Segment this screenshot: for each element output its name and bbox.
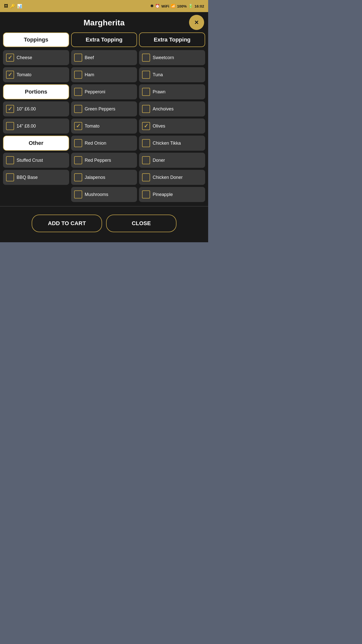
chart-icon: 📊 xyxy=(17,4,22,9)
checkbox-mushrooms xyxy=(74,190,82,198)
label-beef: Beef xyxy=(85,55,94,60)
label-anchoives: Anchoives xyxy=(153,106,173,112)
extra2-anchoives[interactable]: Anchoives xyxy=(139,101,205,116)
col-header-extra1: Extra Topping xyxy=(71,32,137,47)
battery-icon: 🔋 xyxy=(188,4,193,8)
label-red-onion: Red Onion xyxy=(85,141,106,146)
label-chicken-doner: Chicken Doner xyxy=(153,175,183,180)
checkbox-red-peppers xyxy=(74,156,82,164)
empty-cell-1 xyxy=(3,187,69,202)
checkbox-red-onion xyxy=(74,139,82,147)
label-pepperoni: Pepperoni xyxy=(85,89,105,95)
checkbox-10inch: ✓ xyxy=(6,105,14,113)
section-other: Other xyxy=(3,136,69,151)
column-headers: Toppings Extra Topping Extra Topping xyxy=(0,32,208,50)
extra1-jalapenos[interactable]: Jalapenos xyxy=(71,170,137,185)
label-green-peppers: Green Peppers xyxy=(85,106,115,112)
checkbox-bbq-base xyxy=(6,173,14,181)
battery-level: 100% xyxy=(177,4,187,8)
label-prawn: Prawn xyxy=(153,89,165,95)
extra2-prawn[interactable]: Prawn xyxy=(139,84,205,99)
key-icon: 🔑 xyxy=(10,4,15,9)
label-mushrooms: Mushrooms xyxy=(85,192,108,197)
checkbox-tomato: ✓ xyxy=(6,71,14,79)
close-button[interactable]: CLOSE xyxy=(106,215,176,232)
checkbox-anchoives xyxy=(142,105,150,113)
wifi-icon: WiFi xyxy=(161,4,169,8)
checkbox-tuna xyxy=(142,71,150,79)
extra2-chicken-tikka[interactable]: Chicken Tikka xyxy=(139,136,205,151)
action-buttons: ADD TO CART CLOSE xyxy=(0,211,208,237)
extra2-pineapple[interactable]: Pineapple xyxy=(139,187,205,202)
add-to-cart-button[interactable]: ADD TO CART xyxy=(32,215,102,232)
checkbox-jalapenos xyxy=(74,173,82,181)
alarm-icon: ⏰ xyxy=(155,4,160,8)
clock: 16:02 xyxy=(195,4,204,8)
label-14inch: 14" £8.00 xyxy=(17,124,36,129)
checkbox-ham xyxy=(74,71,82,79)
portion-10inch[interactable]: ✓ 10" £6.00 xyxy=(3,101,69,116)
modal-divider xyxy=(0,206,208,207)
portion-14inch[interactable]: 14" £8.00 xyxy=(3,118,69,134)
checkbox-extra-tomato: ✓ xyxy=(74,122,82,130)
modal-close-x-button[interactable]: × xyxy=(189,15,204,30)
label-jalapenos: Jalapenos xyxy=(85,175,105,180)
checkbox-chicken-tikka xyxy=(142,139,150,147)
checkbox-green-peppers xyxy=(74,105,82,113)
other-bbq-base[interactable]: BBQ Base xyxy=(3,170,69,185)
label-chicken-tikka: Chicken Tikka xyxy=(153,141,181,146)
label-portions: Portions xyxy=(25,89,47,95)
label-pineapple: Pineapple xyxy=(153,192,173,197)
extra2-sweetcorn[interactable]: Sweetcorn xyxy=(139,50,205,65)
section-portions: Portions xyxy=(3,84,69,99)
label-tuna: Tuna xyxy=(153,72,163,77)
extra1-beef[interactable]: Beef xyxy=(71,50,137,65)
extra2-doner[interactable]: Doner xyxy=(139,153,205,168)
checkbox-chicken-doner xyxy=(142,173,150,181)
topping-tomato[interactable]: ✓ Tomato xyxy=(3,67,69,82)
checkbox-cheese: ✓ xyxy=(6,54,14,62)
extra2-chicken-doner[interactable]: Chicken Doner xyxy=(139,170,205,185)
extra1-red-onion[interactable]: Red Onion xyxy=(71,136,137,151)
checkbox-pineapple xyxy=(142,190,150,198)
extra1-ham[interactable]: Ham xyxy=(71,67,137,82)
label-red-peppers: Red Peppers xyxy=(85,158,111,163)
bluetooth-icon: ✱ xyxy=(150,4,154,8)
label-bbq-base: BBQ Base xyxy=(17,175,38,180)
extra2-olives[interactable]: ✓ Olives xyxy=(139,118,205,134)
extra1-pepperoni[interactable]: Pepperoni xyxy=(71,84,137,99)
label-cheese: Cheese xyxy=(17,55,32,60)
checkbox-pepperoni xyxy=(74,88,82,96)
modal-header: Margherita × xyxy=(0,12,208,32)
topping-cheese[interactable]: ✓ Cheese xyxy=(3,50,69,65)
checkbox-stuffed-crust xyxy=(6,156,14,164)
modal-overlay: Margherita × Toppings Extra Topping Extr… xyxy=(0,12,208,242)
status-bar-left: 🖼 🔑 📊 xyxy=(4,4,22,9)
checkbox-14inch xyxy=(6,122,14,130)
checkbox-olives: ✓ xyxy=(142,122,150,130)
label-ham: Ham xyxy=(85,72,94,77)
extra2-tuna[interactable]: Tuna xyxy=(139,67,205,82)
photo-icon: 🖼 xyxy=(4,4,8,8)
other-stuffed-crust[interactable]: Stuffed Crust xyxy=(3,153,69,168)
label-olives: Olives xyxy=(153,124,165,129)
status-bar: 🖼 🔑 📊 ✱ ⏰ WiFi 📶 100% 🔋 16:02 xyxy=(0,0,208,12)
status-bar-right: ✱ ⏰ WiFi 📶 100% 🔋 16:02 xyxy=(150,4,204,8)
checkbox-beef xyxy=(74,54,82,62)
extra1-tomato[interactable]: ✓ Tomato xyxy=(71,118,137,134)
checkbox-doner xyxy=(142,156,150,164)
options-grid: ✓ Cheese Beef Sweetcorn ✓ Tomato Ham xyxy=(0,50,208,202)
label-doner: Doner xyxy=(153,158,165,163)
col-header-extra2: Extra Topping xyxy=(139,32,205,47)
modal-dialog: Margherita × Toppings Extra Topping Extr… xyxy=(0,12,208,242)
extra1-green-peppers[interactable]: Green Peppers xyxy=(71,101,137,116)
label-extra-tomato: Tomato xyxy=(85,124,100,129)
label-10inch: 10" £6.00 xyxy=(17,106,36,112)
label-stuffed-crust: Stuffed Crust xyxy=(17,158,43,163)
extra1-red-peppers[interactable]: Red Peppers xyxy=(71,153,137,168)
col-header-toppings: Toppings xyxy=(3,32,69,47)
checkbox-sweetcorn xyxy=(142,54,150,62)
modal-title: Margherita xyxy=(83,18,125,27)
extra1-mushrooms[interactable]: Mushrooms xyxy=(71,187,137,202)
label-other: Other xyxy=(29,140,43,146)
